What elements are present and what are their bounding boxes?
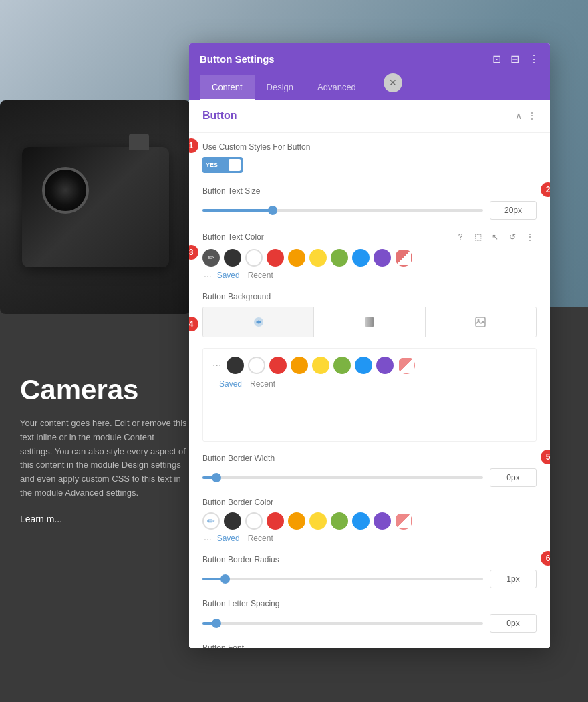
bg-swatch-blue[interactable] [355, 357, 372, 374]
border-width-slider-row: 0px [202, 468, 537, 487]
border-radius-row: 6 Button Border Radius 1px [189, 550, 550, 594]
bg-gradient-option[interactable] [314, 307, 425, 337]
expand-icon[interactable]: ⊡ [492, 53, 501, 65]
swatch-green[interactable] [331, 249, 348, 267]
more-icon[interactable]: ⋮ [529, 53, 539, 65]
help-icon[interactable]: ? [454, 230, 467, 244]
letter-spacing-slider-thumb[interactable] [212, 619, 221, 628]
camera-image [0, 100, 190, 314]
border-saved-btn[interactable]: Saved [217, 534, 240, 544]
copy-icon[interactable]: ⬚ [471, 230, 484, 244]
collapse-arrow[interactable]: ∧ [515, 110, 522, 121]
custom-styles-label: Use Custom Styles For Button [202, 142, 537, 152]
swatch-white[interactable] [245, 249, 263, 267]
close-button[interactable]: ✕ [384, 73, 402, 92]
reset-icon[interactable]: ↺ [506, 230, 519, 244]
toggle-yes-label: YES [206, 162, 218, 168]
bg-swatch-purple[interactable] [376, 357, 394, 374]
letter-spacing-slider-row: 0px [202, 614, 537, 633]
panel-header: Button Settings ⊡ ⊟ ⋮ [189, 43, 550, 75]
bg-swatch-green[interactable] [333, 357, 351, 374]
text-size-value[interactable]: 20px [490, 201, 537, 220]
color-toolbar: ? ⬚ ↖ ↺ ⋮ [454, 230, 537, 244]
text-size-slider-track[interactable] [202, 209, 483, 212]
learn-more-link[interactable]: Learn m... [20, 514, 187, 524]
border-swatch-purple[interactable] [374, 512, 391, 530]
panel-tabs: Content Design Advanced [189, 75, 550, 100]
saved-btn[interactable]: Saved [217, 271, 240, 281]
border-width-label: Button Border Width [202, 454, 537, 463]
swatch-blue[interactable] [352, 249, 370, 267]
text-size-row: 2 Button Text Size 20px [189, 181, 550, 225]
swatch-purple[interactable] [374, 249, 391, 267]
bg-swatch-black[interactable] [227, 357, 244, 374]
font-label: Button Font [202, 643, 537, 648]
bg-swatch-transparent[interactable] [398, 357, 415, 374]
text-size-slider-row: 20px [202, 201, 537, 220]
letter-spacing-slider-track[interactable] [202, 622, 483, 625]
columns-icon[interactable]: ⊟ [510, 53, 519, 65]
border-swatch-orange[interactable] [288, 512, 305, 530]
more-options-icon[interactable]: ⋮ [523, 230, 537, 244]
border-width-value[interactable]: 0px [490, 468, 537, 487]
border-color-saved-recent: ··· Saved Recent [202, 534, 537, 544]
border-swatch-black[interactable] [224, 512, 241, 530]
bg-color-option[interactable] [203, 307, 314, 337]
border-radius-slider-row: 1px [202, 570, 537, 588]
letter-spacing-label: Button Letter Spacing [202, 599, 537, 608]
border-color-row: Button Border Color ✏ ··· Saved Rece [189, 492, 550, 550]
border-radius-slider-thumb[interactable] [220, 574, 230, 584]
custom-styles-toggle[interactable]: YES [202, 157, 243, 173]
tab-advanced[interactable]: Advanced [305, 75, 368, 100]
border-recent-btn[interactable]: Recent [248, 534, 273, 544]
panel-header-actions: ⊡ ⊟ ⋮ [492, 53, 539, 65]
border-swatch-white[interactable] [245, 512, 263, 530]
text-color-label: Button Text Color [202, 232, 264, 242]
section-more[interactable]: ⋮ [527, 110, 537, 121]
border-width-slider-thumb[interactable] [212, 473, 221, 482]
bg-swatch-white[interactable] [248, 357, 265, 374]
swatch-black[interactable] [224, 249, 241, 267]
divider-1 [189, 132, 550, 133]
badge-3: 3 [189, 245, 198, 260]
bg-swatch-orange[interactable] [291, 357, 308, 374]
panel-title: Button Settings [200, 53, 275, 65]
tab-content[interactable]: Content [200, 75, 255, 100]
swatch-orange[interactable] [288, 249, 305, 267]
section-header: Button ∧ ⋮ [189, 100, 550, 128]
text-color-swatches: ✏ [202, 249, 537, 267]
badge-5: 5 [541, 450, 550, 464]
swatch-yellow[interactable] [309, 249, 327, 267]
bg-recent-btn[interactable]: Recent [250, 379, 275, 389]
bg-image-option[interactable] [426, 307, 536, 337]
bg-saved-btn[interactable]: Saved [219, 379, 242, 389]
border-color-label: Button Border Color [202, 498, 537, 507]
bg-swatch-red[interactable] [269, 357, 287, 374]
border-swatch-red[interactable] [267, 512, 284, 530]
border-width-row: 5 Button Border Width 0px [189, 448, 550, 492]
border-radius-slider-track[interactable] [202, 578, 483, 580]
letter-spacing-value[interactable]: 0px [490, 614, 537, 633]
border-swatch-yellow[interactable] [309, 512, 327, 530]
svg-rect-1 [365, 317, 374, 327]
button-settings-panel: Button Settings ⊡ ⊟ ⋮ Content Design Adv… [189, 43, 550, 648]
tab-design[interactable]: Design [255, 75, 305, 100]
saved-recent-row: ··· Saved Recent [202, 271, 537, 281]
swatch-red[interactable] [267, 249, 284, 267]
bg-swatch-yellow[interactable] [312, 357, 329, 374]
border-swatch-transparent[interactable] [395, 512, 412, 530]
border-radius-value[interactable]: 1px [490, 570, 537, 588]
border-width-slider-track[interactable] [202, 476, 483, 479]
border-swatch-green[interactable] [331, 512, 348, 530]
text-size-slider-fill [202, 209, 273, 212]
recent-btn[interactable]: Recent [248, 271, 273, 281]
text-size-slider-thumb[interactable] [268, 206, 277, 215]
custom-styles-row: 1 Use Custom Styles For Button YES [189, 137, 550, 181]
svg-point-3 [478, 319, 480, 321]
border-color-picker-btn[interactable]: ✏ [202, 512, 220, 530]
swatch-transparent[interactable] [395, 249, 412, 267]
border-swatch-blue[interactable] [352, 512, 370, 530]
section-header-right: ∧ ⋮ [515, 110, 537, 121]
color-picker-btn[interactable]: ✏ [202, 249, 220, 267]
cursor-icon[interactable]: ↖ [488, 230, 502, 244]
